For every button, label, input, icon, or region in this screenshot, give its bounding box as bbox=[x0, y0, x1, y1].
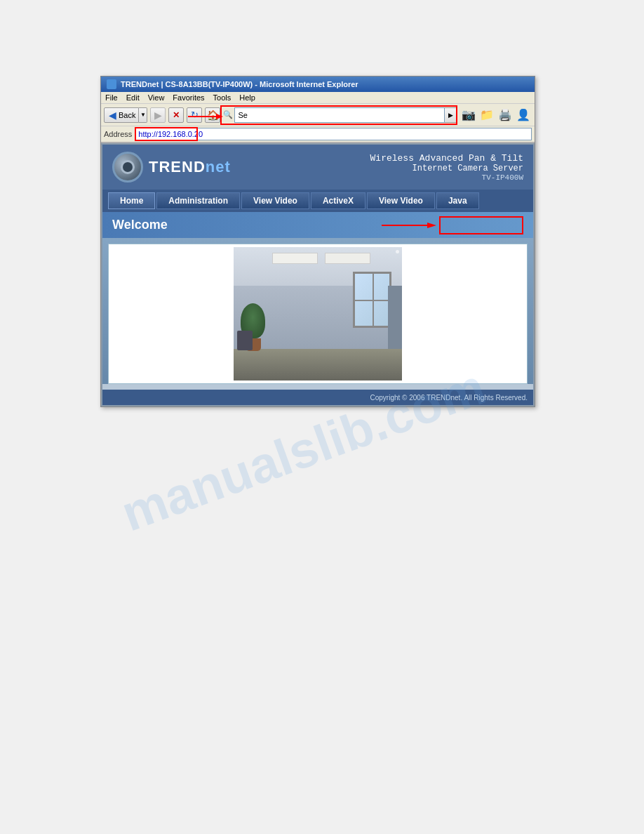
search-input[interactable] bbox=[234, 107, 445, 123]
welcome-arrow-annotation bbox=[382, 220, 438, 230]
tab-administration[interactable]: Administration bbox=[156, 192, 240, 209]
chair bbox=[237, 331, 253, 350]
title-bar: TRENDnet | CS-8A13BB(TV-IP400W) - Micros… bbox=[101, 77, 535, 92]
stop-button[interactable]: ✕ bbox=[168, 107, 184, 123]
video-frame bbox=[234, 247, 402, 380]
svg-marker-3 bbox=[427, 223, 436, 228]
video-container bbox=[108, 244, 528, 384]
menu-help[interactable]: Help bbox=[239, 93, 255, 102]
menu-edit[interactable]: Edit bbox=[126, 93, 140, 102]
logo-inner bbox=[121, 160, 135, 174]
product-subtitle: Internet Camera Server bbox=[370, 164, 523, 173]
toolbar-icons: 📷 📁 🖨️ 👤 bbox=[460, 107, 532, 123]
footer-bar: Copyright © 2006 TRENDnet. All Rights Re… bbox=[102, 390, 533, 405]
back-label: Back bbox=[119, 111, 135, 119]
menu-bar: File Edit View Favorites Tools Help bbox=[101, 92, 535, 104]
welcome-annotation-box bbox=[439, 216, 523, 234]
tab-view-video-1-label: View Video bbox=[253, 196, 297, 206]
media-icon[interactable]: 📷 bbox=[460, 107, 477, 123]
refresh-button[interactable]: ↻ bbox=[187, 107, 202, 123]
tab-java-label: Java bbox=[448, 196, 467, 206]
door-frame bbox=[388, 286, 402, 349]
trendnet-logo: TRENDnet bbox=[112, 152, 231, 183]
print-icon[interactable]: 🖨️ bbox=[497, 107, 514, 123]
room-floor bbox=[234, 349, 402, 380]
user-icon[interactable]: 👤 bbox=[515, 107, 532, 123]
product-model: TV-IP400W bbox=[370, 173, 523, 182]
tab-view-video-2[interactable]: View Video bbox=[367, 192, 435, 209]
product-title: Wireless Advanced Pan & Tilt bbox=[370, 153, 523, 164]
search-label-icon: 🔍 bbox=[223, 110, 233, 119]
camera-header: TRENDnet Wireless Advanced Pan & Tilt In… bbox=[102, 145, 533, 190]
folder-icon[interactable]: 📁 bbox=[478, 107, 495, 123]
welcome-section: Welcome bbox=[102, 212, 533, 384]
stop-icon: ✕ bbox=[173, 110, 180, 120]
camera-artifact bbox=[396, 250, 399, 253]
address-input[interactable] bbox=[135, 128, 532, 140]
home-icon: 🏠 bbox=[207, 110, 219, 121]
toolbar: ◀ Back ▼ ▶ ✕ ↻ 🏠 🔍 bbox=[101, 104, 535, 126]
menu-favorites[interactable]: Favorites bbox=[173, 93, 204, 102]
ceiling-light-2 bbox=[325, 253, 370, 264]
window-divider-h bbox=[355, 300, 389, 301]
back-forward-buttons: ◀ Back ▼ bbox=[104, 107, 147, 123]
tab-home-label: Home bbox=[120, 196, 143, 206]
logo-text: TRENDnet bbox=[149, 158, 231, 176]
tab-view-video-2-label: View Video bbox=[379, 196, 423, 206]
refresh-icon: ↻ bbox=[191, 110, 199, 120]
welcome-header: Welcome bbox=[102, 212, 533, 238]
product-info: Wireless Advanced Pan & Tilt Internet Ca… bbox=[370, 153, 523, 182]
back-arrow-icon: ◀ bbox=[107, 110, 117, 120]
logo-circle bbox=[112, 152, 143, 183]
menu-tools[interactable]: Tools bbox=[213, 93, 232, 102]
tab-java[interactable]: Java bbox=[436, 192, 479, 209]
ceiling-light-1 bbox=[272, 253, 318, 264]
tab-view-video-1[interactable]: View Video bbox=[241, 192, 309, 209]
welcome-title: Welcome bbox=[112, 218, 168, 232]
address-label: Address bbox=[104, 130, 132, 138]
tab-activex[interactable]: ActiveX bbox=[311, 192, 365, 209]
menu-file[interactable]: File bbox=[105, 93, 118, 102]
logo-trend: TREND bbox=[149, 158, 206, 176]
navigation-tabs: Home Administration View Video ActiveX V… bbox=[102, 190, 533, 212]
browser-icon bbox=[107, 79, 116, 89]
camera-interface: TRENDnet Wireless Advanced Pan & Tilt In… bbox=[101, 143, 535, 406]
home-button[interactable]: 🏠 bbox=[205, 107, 220, 123]
tab-home[interactable]: Home bbox=[108, 192, 155, 209]
footer-text: Copyright © 2006 TRENDnet. All Rights Re… bbox=[370, 394, 528, 402]
logo-net: net bbox=[206, 158, 231, 176]
window-title: TRENDnet | CS-8A13BB(TV-IP400W) - Micros… bbox=[121, 80, 358, 88]
window bbox=[353, 272, 391, 328]
browser-window: TRENDnet | CS-8A13BB(TV-IP400W) - Micros… bbox=[100, 76, 535, 407]
back-button[interactable]: ◀ Back bbox=[104, 107, 139, 123]
forward-button: ▶ bbox=[150, 107, 166, 123]
tab-activex-label: ActiveX bbox=[323, 196, 354, 206]
address-bar: Address bbox=[101, 126, 535, 143]
search-go-button[interactable]: ▶ bbox=[445, 107, 457, 123]
back-dropdown-arrow[interactable]: ▼ bbox=[139, 107, 147, 123]
tab-administration-label: Administration bbox=[168, 196, 228, 206]
menu-view[interactable]: View bbox=[148, 93, 165, 102]
